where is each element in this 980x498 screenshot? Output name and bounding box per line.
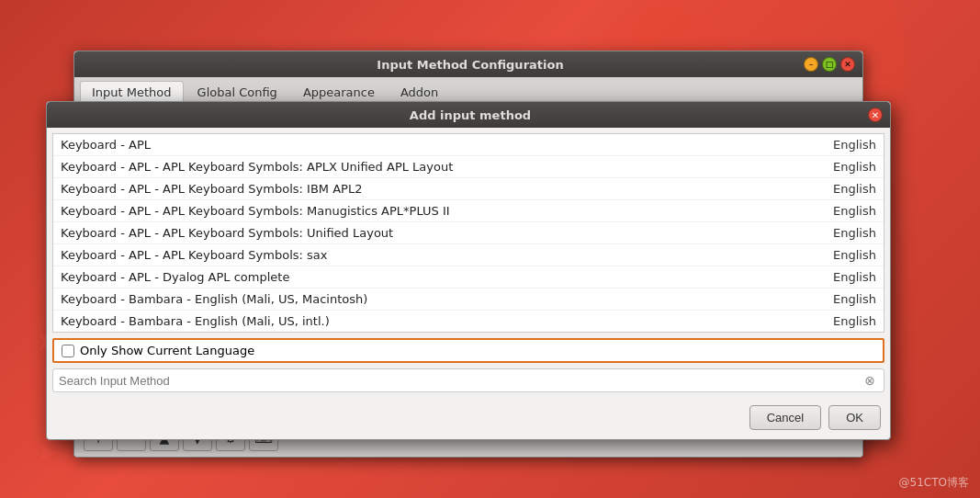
list-item[interactable]: Keyboard - APL - APL Keyboard Symbols: U… [53, 222, 884, 244]
only-show-current-language-label: Only Show Current Language [80, 344, 254, 357]
ok-button[interactable]: OK [828, 405, 881, 430]
tab-input-method[interactable]: Input Method [80, 81, 184, 103]
list-item[interactable]: Keyboard - APL - APL Keyboard Symbols: M… [53, 200, 884, 222]
arrow-pointer-2: ➤ [37, 436, 58, 467]
list-item[interactable]: Keyboard - APL - APL Keyboard Symbols: A… [53, 156, 884, 178]
only-show-current-language-checkbox[interactable] [62, 345, 74, 357]
tab-global-config[interactable]: Global Config [186, 81, 289, 103]
list-item[interactable]: Keyboard - APL - APL Keyboard Symbols: I… [53, 178, 884, 200]
search-input[interactable] [59, 374, 862, 388]
cancel-button[interactable]: Cancel [749, 405, 821, 430]
close-button[interactable]: ✕ [840, 57, 855, 72]
list-item[interactable]: Keyboard - Bambara - English (Mali, US, … [53, 289, 884, 311]
list-item[interactable]: Keyboard - APL - APL Keyboard Symbols: s… [53, 244, 884, 266]
list-item[interactable]: Keyboard - APLEnglish [53, 134, 884, 156]
only-show-current-language-row: Only Show Current Language [52, 338, 884, 363]
dialog-buttons: Cancel OK [47, 398, 890, 439]
maximize-button[interactable]: □ [822, 57, 837, 72]
main-titlebar: Input Method Configuration – □ ✕ [74, 51, 862, 77]
tab-appearance[interactable]: Appearance [291, 81, 387, 103]
dialog-close-button[interactable]: ✕ [868, 108, 883, 122]
main-window-title: Input Method Configuration [137, 58, 804, 72]
add-input-method-dialog: Add input method ✕ Keyboard - APLEnglish… [46, 101, 891, 440]
minimize-button[interactable]: – [804, 57, 818, 72]
tab-addon[interactable]: Addon [389, 81, 450, 103]
dialog-title: Add input method [73, 108, 868, 122]
dialog-titlebar: Add input method ✕ [47, 102, 890, 128]
main-window-controls: – □ ✕ [804, 57, 855, 72]
method-list[interactable]: Keyboard - APLEnglishKeyboard - APL - AP… [52, 133, 884, 333]
list-item[interactable]: Keyboard - APL - Dyalog APL completeEngl… [53, 266, 884, 289]
tabs-bar: Input Method Global Config Appearance Ad… [74, 77, 862, 104]
watermark: @51CTO博客 [899, 475, 969, 491]
search-row: ⊗ [52, 368, 884, 392]
search-clear-button[interactable]: ⊗ [862, 372, 878, 389]
list-item[interactable]: Keyboard - Bambara - English (Mali, US, … [53, 311, 884, 332]
